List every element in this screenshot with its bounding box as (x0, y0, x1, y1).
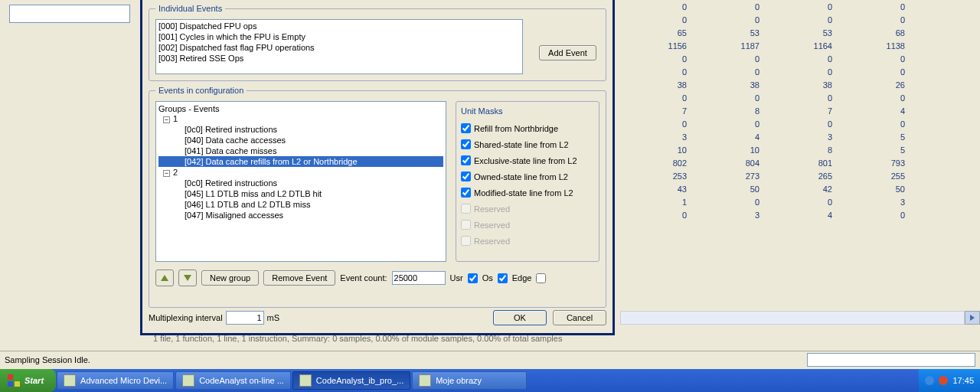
remove-event-button[interactable]: Remove Event (263, 270, 335, 286)
table-row[interactable]: 0000 (628, 117, 919, 130)
tray-icon[interactable] (925, 376, 934, 385)
events-config-legend: Events in configuration (155, 86, 247, 95)
table-cell: 0 (701, 65, 773, 78)
taskbar-item[interactable]: CodeAnalyst_ib_pro_... (292, 371, 410, 390)
tree-item[interactable]: [045] L1 DTLB miss and L2 DTLB hit (158, 188, 443, 199)
status-bar: Sampling Session Idle. (0, 351, 980, 368)
new-group-button[interactable]: New group (201, 270, 259, 286)
taskbar-item[interactable]: Moje obrazy (412, 371, 527, 390)
table-cell: 10 (701, 143, 773, 156)
table-cell: 3 (846, 195, 919, 208)
list-item[interactable]: [000] Dispatched FPU ops (157, 21, 521, 31)
mask-row: Shared-state line from L2 (461, 136, 594, 152)
app-icon (299, 374, 312, 387)
table-row[interactable]: 1003 (628, 195, 919, 208)
mask-checkbox[interactable] (461, 172, 471, 181)
mask-checkbox[interactable] (461, 123, 471, 133)
taskbar-item[interactable]: CodeAnalyst on-line ... (175, 371, 291, 390)
os-checkbox[interactable] (498, 273, 508, 283)
app-icon (182, 374, 194, 387)
table-row[interactable]: 0000 (628, 65, 919, 78)
start-button[interactable]: Start (0, 369, 56, 392)
table-row[interactable]: 65535368 (628, 26, 919, 39)
table-cell: 5 (846, 143, 919, 156)
event-count-input[interactable] (392, 271, 446, 285)
mask-label: Reserved (474, 220, 510, 230)
table-cell: 1138 (846, 39, 919, 52)
tree-item[interactable]: [047] Misaligned accesses (158, 210, 443, 220)
individual-events-fieldset: Individual Events [000] Dispatched FPU o… (149, 4, 606, 81)
ok-button[interactable]: OK (493, 310, 547, 325)
individual-events-legend: Individual Events (155, 4, 225, 13)
table-row[interactable]: 0000 (628, 91, 919, 104)
table-cell: 0 (846, 0, 919, 13)
table-cell: 50 (846, 182, 919, 195)
cancel-button[interactable]: Cancel (553, 310, 606, 325)
table-cell: 273 (701, 169, 773, 182)
tree-item[interactable]: [046] L1 DTLB and L2 DTLB miss (158, 199, 443, 210)
table-row[interactable]: 38383826 (628, 78, 919, 91)
move-down-button[interactable] (178, 270, 197, 286)
table-row[interactable]: 0340 (628, 208, 919, 221)
system-tray[interactable]: 17:45 (919, 369, 980, 392)
table-cell: 1187 (701, 39, 773, 52)
table-row[interactable]: 0000 (628, 0, 919, 13)
table-row[interactable]: 1156118711641138 (628, 39, 919, 52)
tree-item[interactable]: [040] Data cache accesses (158, 135, 443, 145)
horizontal-scrollbar[interactable] (620, 311, 965, 325)
table-cell: 0 (773, 91, 846, 104)
tree-group-2[interactable]: −2 (158, 167, 443, 178)
mask-checkbox[interactable] (461, 155, 471, 165)
table-cell: 50 (701, 182, 773, 195)
tree-item[interactable]: [0c0] Retired instructions (158, 124, 443, 135)
mask-row: Reserved (461, 217, 594, 233)
tree-item[interactable]: [041] Data cache misses (158, 145, 443, 156)
list-item[interactable]: [002] Dispatched fast flag FPU operation… (157, 42, 521, 53)
groups-events-tree[interactable]: Groups - Events −1 [0c0] Retired instruc… (155, 101, 446, 262)
table-cell: 0 (701, 91, 773, 104)
multiplexing-input[interactable] (226, 311, 264, 325)
table-cell: 38 (701, 78, 773, 91)
usr-checkbox[interactable] (468, 273, 478, 283)
scroll-right-button[interactable] (965, 311, 980, 325)
list-item[interactable]: [001] Cycles in which the FPU is Empty (157, 31, 521, 42)
table-row[interactable]: 43504250 (628, 182, 919, 195)
tray-icon[interactable] (939, 376, 948, 385)
table-cell: 0 (846, 13, 919, 26)
table-row[interactable]: 0000 (628, 52, 919, 65)
collapse-icon[interactable]: − (163, 170, 170, 177)
tree-item-selected[interactable]: [042] Data cache refills from L2 or Nort… (158, 156, 443, 167)
table-row[interactable]: 0000 (628, 13, 919, 26)
tree-header: Groups - Events (158, 104, 443, 113)
table-cell: 802 (628, 156, 701, 169)
move-up-button[interactable] (155, 270, 174, 286)
edge-checkbox[interactable] (536, 273, 546, 283)
mask-row: Reserved (461, 201, 594, 217)
individual-events-list[interactable]: [000] Dispatched FPU ops [001] Cycles in… (155, 19, 523, 74)
table-cell: 4 (773, 208, 846, 221)
table-cell: 1156 (628, 39, 701, 52)
table-cell: 1164 (773, 39, 846, 52)
table-row[interactable]: 3435 (628, 130, 919, 143)
table-row[interactable]: 101085 (628, 143, 919, 156)
mask-checkbox[interactable] (461, 139, 471, 149)
table-cell: 5 (846, 130, 919, 143)
taskbar-item[interactable]: Advanced Micro Devi... (57, 371, 174, 390)
mask-checkbox[interactable] (461, 188, 471, 198)
add-event-button[interactable]: Add Event (539, 45, 596, 60)
status-search-input[interactable] (807, 353, 975, 367)
windows-flag-icon (8, 374, 20, 387)
tree-item[interactable]: [0c0] Retired instructions (158, 178, 443, 188)
usr-label: Usr (450, 273, 463, 283)
tree-group-1[interactable]: −1 (158, 113, 443, 124)
table-cell: 0 (628, 117, 701, 130)
table-row[interactable]: 802804801793 (628, 156, 919, 169)
list-item[interactable]: [003] Retired SSE Ops (157, 53, 521, 64)
table-row[interactable]: 253273265255 (628, 169, 919, 182)
app-icon (419, 374, 431, 387)
mask-row: Owned-state line from L2 (461, 168, 594, 185)
table-cell: 42 (773, 182, 846, 195)
collapse-icon[interactable]: − (163, 116, 170, 123)
table-cell: 7 (628, 104, 701, 117)
table-row[interactable]: 7874 (628, 104, 919, 117)
